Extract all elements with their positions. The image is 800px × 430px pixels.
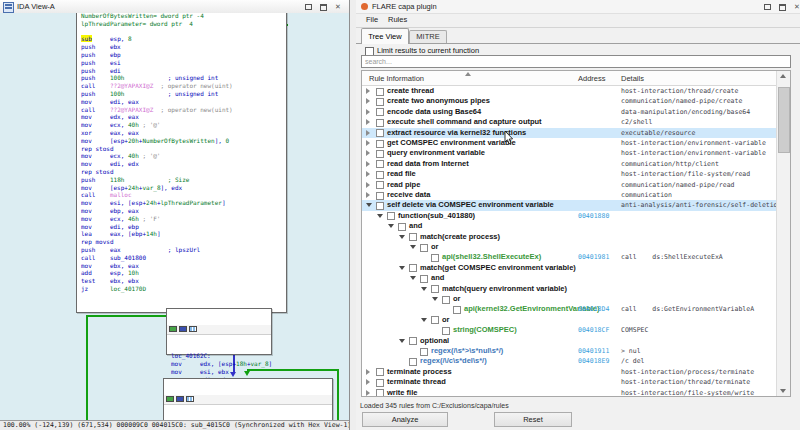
rule-label[interactable]: write file [387, 388, 417, 397]
tree-row[interactable]: optional [362, 336, 777, 346]
tree-row[interactable]: regex(/\s*>\s*nul\s*/)00401911> nul [362, 346, 777, 356]
rule-checkbox[interactable] [376, 192, 384, 200]
expand-icon[interactable] [366, 119, 370, 125]
tree-row[interactable]: read data from Internetcommunication/htt… [362, 159, 777, 169]
rule-label[interactable]: encode data using Base64 [387, 107, 481, 117]
tree-row[interactable]: api(kernel32.GetEnvironmentVariable)0040… [362, 304, 777, 314]
rule-label[interactable]: regex(/\s*>\s*nul\s*/) [431, 346, 503, 356]
analyze-button[interactable]: Analyze [362, 412, 448, 427]
rule-checkbox[interactable] [376, 140, 384, 148]
asm-line[interactable]: mov edx, eax [81, 113, 286, 121]
tree-row[interactable]: receive datacommunication [362, 190, 777, 200]
asm-line[interactable]: push 100h ; unsigned int [81, 90, 286, 98]
rule-checkbox[interactable] [376, 181, 384, 189]
ida-graph-view[interactable]: NumberOfBytesWritten= dword ptr -4lpThre… [0, 13, 349, 420]
collapse-icon[interactable] [432, 297, 438, 301]
rule-label[interactable]: terminate process [387, 367, 452, 377]
asm-line[interactable]: NumberOfBytesWritten= dword ptr -4 [81, 13, 286, 20]
asm-line[interactable]: push edi [81, 67, 286, 75]
expand-icon[interactable] [366, 98, 370, 104]
asm-line[interactable]: rep stosd [81, 145, 286, 153]
rule-checkbox[interactable] [420, 348, 428, 356]
asm-line[interactable]: mov edi, eax [81, 98, 286, 106]
rule-label[interactable]: optional [420, 336, 449, 346]
tree-row[interactable]: read pipecommunication/named-pipe/read [362, 180, 777, 190]
tree-row[interactable]: or [362, 242, 777, 252]
rule-address[interactable]: 00401981 [578, 252, 609, 262]
rule-label[interactable]: function(sub_401880) [398, 211, 475, 221]
expand-icon[interactable] [366, 192, 370, 198]
collapse-icon[interactable] [410, 276, 416, 280]
expand-icon[interactable] [366, 109, 370, 115]
tree-row[interactable]: create two anonymous pipescommunication/… [362, 96, 777, 106]
scroll-up-icon[interactable] [780, 74, 786, 78]
menu-file[interactable]: File [366, 15, 378, 24]
maximize-icon[interactable] [763, 3, 771, 11]
asm-line[interactable]: call malloc [81, 191, 286, 199]
rule-label[interactable]: query environment variable [387, 148, 485, 158]
rule-label[interactable]: and [409, 221, 422, 231]
rule-checkbox[interactable] [376, 171, 384, 179]
asm-line[interactable]: push ebx [81, 43, 286, 51]
collapse-icon[interactable] [388, 224, 394, 228]
expand-icon[interactable] [366, 379, 370, 385]
asm-line[interactable]: loc_40162C: [171, 352, 271, 360]
rule-label[interactable]: receive data [387, 190, 430, 200]
rule-checkbox[interactable] [376, 88, 384, 96]
asm-line[interactable]: lea eax, [ebp+14h] [81, 230, 286, 238]
rule-checkbox[interactable] [376, 98, 384, 106]
rule-label[interactable]: and [431, 273, 444, 283]
tree-row[interactable]: terminate threadhost-interaction/thread/… [362, 377, 777, 387]
tree-row[interactable]: match(get COMSPEC environment variable) [362, 263, 777, 273]
tree-row[interactable]: encode data using Base64data-manipulatio… [362, 107, 777, 117]
float-icon[interactable] [778, 3, 786, 11]
rule-label[interactable]: read file [387, 169, 416, 179]
rule-checkbox[interactable] [431, 254, 439, 262]
rule-address[interactable]: 004018D4 [578, 304, 609, 314]
rule-address[interactable]: 004018CF [578, 325, 609, 335]
rule-checkbox[interactable] [453, 306, 461, 314]
rule-label[interactable]: or [453, 294, 461, 304]
rule-checkbox[interactable] [376, 379, 384, 387]
rule-checkbox[interactable] [431, 316, 439, 324]
rule-label[interactable]: create two anonymous pipes [387, 96, 490, 106]
tree-row[interactable]: function(sub_401880)00401880 [362, 211, 777, 221]
rule-checkbox[interactable] [376, 150, 384, 158]
asm-line[interactable]: jz loc_40170D [81, 285, 286, 293]
tree-row[interactable]: api(shell32.ShellExecuteEx)00401981call … [362, 252, 777, 262]
column-address[interactable]: Address [578, 74, 606, 83]
expand-icon[interactable] [366, 171, 370, 177]
rule-label[interactable]: get COMSPEC environment variable [387, 138, 516, 148]
panel-splitter[interactable] [349, 0, 356, 430]
expand-icon[interactable] [366, 390, 370, 396]
tree-column-header[interactable]: Rule Information Address Details [362, 71, 790, 86]
asm-line[interactable]: push eax ; lpszUrl [81, 246, 286, 254]
collapse-icon[interactable] [366, 203, 372, 207]
asm-line[interactable]: mov esi, [esp+24h+lpThreadParameter] [81, 199, 286, 207]
rule-checkbox[interactable] [398, 223, 406, 231]
rule-label[interactable]: string(COMSPEC) [453, 325, 517, 335]
rule-address[interactable]: 00401911 [578, 346, 609, 356]
rule-checkbox[interactable] [376, 129, 384, 137]
expand-icon[interactable] [366, 182, 370, 188]
rule-checkbox[interactable] [420, 275, 428, 283]
collapse-icon[interactable] [410, 245, 416, 249]
collapse-icon[interactable] [399, 266, 405, 270]
tree-row[interactable]: match(query environment variable) [362, 284, 777, 294]
tab-mitre[interactable]: MITRE [409, 30, 447, 43]
asm-line[interactable]: mov ecx, 40h ; '@' [81, 152, 286, 160]
rule-label[interactable]: execute shell command and capture output [387, 117, 542, 127]
rule-label[interactable]: read data from Internet [387, 159, 469, 169]
asm-line[interactable]: push esi [81, 59, 286, 67]
asm-line[interactable]: mov esi, ebx [171, 368, 271, 376]
rule-checkbox[interactable] [376, 202, 384, 210]
rule-tree[interactable]: create threadhost-interaction/thread/cre… [361, 70, 791, 397]
collapse-icon[interactable] [377, 214, 383, 218]
asm-line[interactable]: add esp, 10h [81, 269, 286, 277]
rule-checkbox[interactable] [376, 368, 384, 376]
asm-line[interactable]: push ebp [81, 51, 286, 59]
tree-row[interactable]: or [362, 294, 777, 304]
expand-icon[interactable] [366, 150, 370, 156]
float-icon[interactable] [319, 3, 327, 11]
asm-line[interactable]: mov edi, ebp [81, 223, 286, 231]
